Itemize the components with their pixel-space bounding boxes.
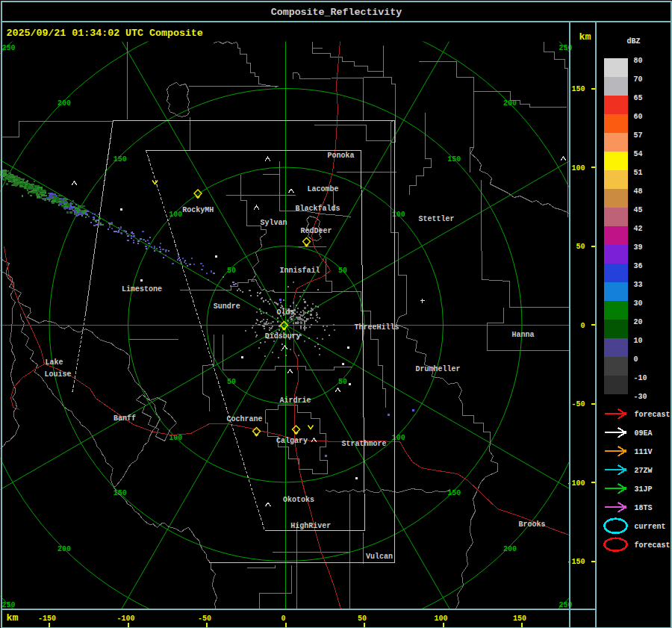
svg-text:0: 0 bbox=[634, 355, 638, 364]
svg-text:Drumheller: Drumheller bbox=[416, 365, 461, 373]
svg-text:60: 60 bbox=[634, 113, 643, 121]
svg-text:Sylvan: Sylvan bbox=[261, 219, 287, 227]
svg-text:HighRiver: HighRiver bbox=[290, 522, 331, 530]
svg-text:31JP: 31JP bbox=[635, 485, 653, 494]
svg-text:33: 33 bbox=[634, 281, 643, 289]
svg-text:Banff: Banff bbox=[113, 414, 136, 423]
svg-text:250: 250 bbox=[1, 44, 15, 52]
svg-text:150: 150 bbox=[571, 85, 585, 93]
svg-text:100: 100 bbox=[392, 211, 405, 219]
svg-text:150: 150 bbox=[447, 155, 461, 164]
svg-text:km: km bbox=[579, 31, 591, 43]
svg-text:48: 48 bbox=[634, 187, 643, 196]
svg-text:18TS: 18TS bbox=[635, 504, 653, 512]
svg-text:09EA: 09EA bbox=[635, 429, 653, 438]
svg-text:50: 50 bbox=[338, 267, 347, 275]
svg-text:30: 30 bbox=[634, 299, 643, 308]
svg-text:Okotoks: Okotoks bbox=[283, 496, 314, 504]
svg-text:39: 39 bbox=[634, 243, 643, 252]
svg-text:111V: 111V bbox=[635, 448, 653, 456]
svg-text:Vulcan: Vulcan bbox=[366, 553, 393, 561]
svg-text:-50: -50 bbox=[571, 400, 585, 408]
svg-text:RockyMH: RockyMH bbox=[182, 206, 214, 214]
svg-text:Didsbury: Didsbury bbox=[265, 332, 301, 341]
svg-text:Ponoka: Ponoka bbox=[328, 152, 355, 160]
svg-text:50: 50 bbox=[227, 267, 236, 275]
svg-text:100: 100 bbox=[169, 211, 182, 219]
svg-text:27ZW: 27ZW bbox=[635, 467, 653, 475]
svg-text:100: 100 bbox=[434, 615, 447, 623]
svg-text:ThreeHills: ThreeHills bbox=[355, 323, 399, 332]
svg-text:-10: -10 bbox=[634, 374, 647, 382]
svg-text:km: km bbox=[7, 612, 19, 624]
svg-text:dBZ: dBZ bbox=[627, 37, 641, 46]
svg-text:Lacombe: Lacombe bbox=[308, 185, 339, 193]
svg-text:Stettler: Stettler bbox=[419, 215, 455, 223]
svg-text:10: 10 bbox=[634, 337, 643, 345]
svg-text:54: 54 bbox=[634, 150, 643, 158]
svg-text:Calgary: Calgary bbox=[276, 437, 308, 445]
svg-text:RedDeer: RedDeer bbox=[301, 227, 332, 235]
svg-text:0: 0 bbox=[580, 322, 585, 330]
svg-text:150: 150 bbox=[513, 615, 526, 623]
svg-text:Sundre: Sundre bbox=[214, 302, 240, 311]
svg-text:-150: -150 bbox=[38, 615, 56, 623]
svg-text:-30: -30 bbox=[634, 393, 647, 401]
svg-text:50: 50 bbox=[338, 378, 347, 386]
svg-text:50: 50 bbox=[576, 243, 585, 251]
svg-text:150: 150 bbox=[447, 489, 461, 497]
svg-text:65: 65 bbox=[634, 94, 643, 102]
svg-text:Louise: Louise bbox=[45, 370, 72, 379]
svg-text:Olds: Olds bbox=[277, 308, 295, 317]
svg-text:150: 150 bbox=[113, 155, 127, 164]
svg-text:forecast: forecast bbox=[635, 411, 671, 419]
svg-text:50: 50 bbox=[358, 615, 367, 623]
svg-text:Airdrie: Airdrie bbox=[280, 397, 311, 405]
svg-text:-100: -100 bbox=[116, 615, 134, 623]
svg-text:Composite_Reflectivity: Composite_Reflectivity bbox=[271, 7, 402, 18]
svg-text:Brooks: Brooks bbox=[519, 520, 546, 529]
svg-text:forecast: forecast bbox=[635, 541, 671, 550]
svg-text:200: 200 bbox=[503, 545, 517, 553]
svg-text:250: 250 bbox=[1, 601, 15, 609]
svg-text:200: 200 bbox=[57, 99, 71, 108]
svg-text:current: current bbox=[635, 523, 666, 531]
svg-text:45: 45 bbox=[634, 206, 643, 214]
svg-text:0: 0 bbox=[281, 615, 285, 623]
svg-text:100: 100 bbox=[392, 434, 405, 442]
svg-text:200: 200 bbox=[57, 545, 71, 553]
svg-text:70: 70 bbox=[634, 75, 643, 84]
svg-text:50: 50 bbox=[227, 378, 236, 386]
svg-text:80: 80 bbox=[634, 57, 643, 65]
svg-text:Lake: Lake bbox=[46, 358, 63, 367]
svg-text:51: 51 bbox=[634, 169, 643, 177]
svg-text:Strathmore: Strathmore bbox=[342, 440, 387, 448]
svg-text:Limestone: Limestone bbox=[122, 285, 162, 293]
svg-text:Hanna: Hanna bbox=[512, 331, 535, 339]
svg-text:2025/09/21 01:34:02 UTC Compos: 2025/09/21 01:34:02 UTC Composite bbox=[7, 28, 203, 39]
svg-text:57: 57 bbox=[634, 131, 643, 140]
svg-text:20: 20 bbox=[634, 318, 643, 326]
svg-text:Blackfalds: Blackfalds bbox=[296, 205, 340, 213]
svg-text:Cochrane: Cochrane bbox=[227, 415, 263, 423]
svg-text:100: 100 bbox=[571, 164, 585, 172]
svg-text:-50: -50 bbox=[198, 615, 211, 623]
svg-text:36: 36 bbox=[634, 262, 643, 270]
svg-text:42: 42 bbox=[634, 225, 643, 233]
svg-text:Innisfail: Innisfail bbox=[280, 267, 320, 275]
